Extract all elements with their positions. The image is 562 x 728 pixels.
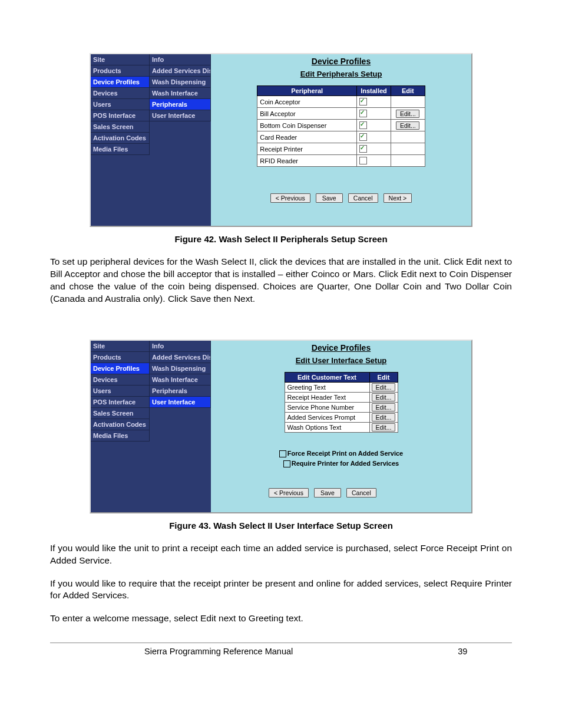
installed-checkbox[interactable] (359, 121, 367, 129)
nav-item[interactable]: Devices (91, 88, 150, 99)
installed-checkbox[interactable] (359, 98, 367, 106)
col-installed: Installed (357, 86, 391, 96)
nav-item[interactable]: Users (91, 386, 150, 397)
table-row: Coin Acceptor (257, 96, 425, 108)
edit-button[interactable]: Edit... (372, 403, 395, 411)
installed-cell (357, 155, 391, 167)
edit-button[interactable]: Edit... (372, 423, 395, 431)
next-button[interactable]: Next > (384, 193, 412, 203)
table-row: Wash Options TextEdit... (285, 422, 398, 432)
edit-cell: Edit... (391, 108, 425, 120)
option-row: Require Printer for Added Services (217, 460, 465, 467)
peripheral-name: Coin Acceptor (257, 96, 357, 108)
peripherals-setup-window: SiteProductsDevice ProfilesDevicesUsersP… (90, 53, 472, 227)
edit-cell: Edit... (369, 412, 398, 422)
edit-cell (391, 143, 425, 155)
nav-item[interactable]: Products (91, 352, 150, 363)
option-label: Force Receipt Print on Added Service (287, 450, 403, 457)
nav-item[interactable]: Device Profiles (91, 77, 150, 88)
secondary-nav: InfoAdded Services DispensingWash Dispen… (150, 54, 211, 226)
paragraph-1: To set up peripheral devices for the Was… (50, 256, 512, 305)
installed-cell (357, 131, 391, 143)
edit-button[interactable]: Edit... (372, 383, 395, 391)
nav-item[interactable]: Info (150, 54, 211, 65)
nav-item[interactable]: Site (91, 341, 150, 352)
table-row: Receipt Header TextEdit... (285, 392, 398, 402)
table-row: Service Phone NumberEdit... (285, 402, 398, 412)
text-field-name: Service Phone Number (285, 402, 369, 412)
user-interface-setup-window: SiteProductsDevice ProfilesDevicesUsersP… (90, 340, 472, 513)
nav-item[interactable]: Users (91, 99, 150, 110)
nav-item[interactable]: Devices (91, 374, 150, 386)
edit-button[interactable]: Edit... (372, 393, 395, 401)
edit-button[interactable]: Edit... (396, 110, 419, 118)
nav-item[interactable]: Peripherals (150, 99, 211, 110)
previous-button[interactable]: < Previous (269, 488, 309, 498)
paragraph-3: If you would like to require that the re… (50, 578, 512, 602)
nav-item[interactable]: Wash Interface (150, 374, 211, 386)
installed-checkbox[interactable] (359, 133, 367, 141)
footer-title: Sierra Programming Reference Manual (144, 647, 293, 656)
nav-item[interactable]: Sales Screen (91, 121, 150, 133)
cancel-button[interactable]: Cancel (346, 488, 376, 498)
text-field-name: Wash Options Text (285, 422, 369, 432)
nav-item[interactable]: Added Services Dispensing (150, 65, 211, 77)
installed-cell (357, 120, 391, 131)
option-checkbox[interactable] (279, 450, 286, 457)
save-button[interactable]: Save (314, 488, 341, 498)
panel-subtitle: Edit Peripherals Setup (217, 70, 465, 78)
peripheral-name: Card Reader (257, 131, 357, 143)
nav-item[interactable]: Wash Dispensing (150, 77, 211, 88)
footer-page-number: 39 (458, 647, 467, 656)
edit-cell: Edit... (391, 120, 425, 131)
nav-item[interactable]: User Interface (150, 397, 211, 408)
nav-item[interactable]: Device Profiles (91, 363, 150, 374)
text-field-name: Added Services Prompt (285, 412, 369, 422)
nav-item[interactable]: Products (91, 65, 150, 77)
installed-checkbox[interactable] (359, 157, 367, 164)
cancel-button[interactable]: Cancel (348, 193, 378, 203)
edit-cell (391, 96, 425, 108)
option-checkbox[interactable] (283, 460, 290, 467)
footer-rule (50, 643, 512, 643)
save-button[interactable]: Save (316, 193, 343, 203)
nav-item[interactable]: Sales Screen (91, 408, 150, 419)
panel-title: Device Profiles (217, 57, 465, 66)
installed-cell (357, 96, 391, 108)
nav-item[interactable]: Info (150, 341, 211, 352)
nav-item[interactable]: Media Files (91, 144, 150, 155)
table-row: Receipt Printer (257, 143, 425, 155)
installed-checkbox[interactable] (359, 110, 367, 117)
previous-button[interactable]: < Previous (270, 193, 310, 203)
edit-cell: Edit... (369, 402, 398, 412)
table-row: Bill AcceptorEdit... (257, 108, 425, 120)
edit-button[interactable]: Edit... (396, 121, 419, 130)
page-footer: Sierra Programming Reference Manual 39 (50, 647, 512, 656)
option-row: Force Receipt Print on Added Service (217, 450, 465, 457)
nav-item[interactable]: User Interface (150, 110, 211, 121)
nav-item[interactable]: Wash Dispensing (150, 363, 211, 374)
nav-item[interactable]: Activation Codes (91, 133, 150, 144)
nav-item[interactable]: Site (91, 54, 150, 65)
table-row: Card Reader (257, 131, 425, 143)
col-peripheral: Peripheral (257, 86, 357, 96)
edit-button[interactable]: Edit... (372, 413, 395, 421)
secondary-nav: InfoAdded Services DispensingWash Dispen… (150, 341, 211, 512)
option-label: Require Printer for Added Services (292, 460, 399, 467)
nav-item[interactable]: Activation Codes (91, 419, 150, 430)
table-row: Added Services PromptEdit... (285, 412, 398, 422)
peripheral-name: Bottom Coin Dispenser (257, 120, 357, 131)
col-edit: Edit (369, 372, 398, 382)
table-row: Bottom Coin DispenserEdit... (257, 120, 425, 131)
customer-text-table: Edit Customer Text Edit Greeting TextEdi… (285, 372, 398, 433)
nav-item[interactable]: POS Interface (91, 110, 150, 121)
col-customer-text: Edit Customer Text (285, 372, 369, 382)
nav-item[interactable]: Peripherals (150, 386, 211, 397)
paragraph-2: If you would like the unit to print a re… (50, 542, 512, 567)
nav-item[interactable]: Wash Interface (150, 88, 211, 99)
col-edit: Edit (391, 86, 425, 96)
nav-item[interactable]: Added Services Dispensing (150, 352, 211, 363)
nav-item[interactable]: POS Interface (91, 397, 150, 408)
installed-checkbox[interactable] (359, 145, 367, 153)
nav-item[interactable]: Media Files (91, 430, 150, 442)
